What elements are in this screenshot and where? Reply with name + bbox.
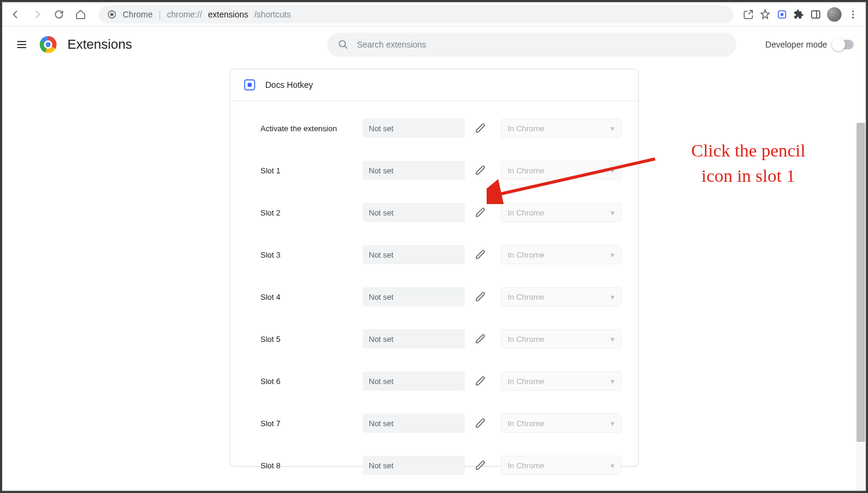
shortcut-row: Slot 1Not setIn Chrome▾ <box>260 149 625 191</box>
shortcut-input[interactable]: Not set <box>363 287 465 306</box>
page-header: Extensions Developer mode <box>2 26 866 63</box>
chrome-logo-icon <box>40 36 57 53</box>
share-icon[interactable] <box>743 9 754 20</box>
developer-mode-label: Developer mode <box>765 40 827 49</box>
address-bar[interactable]: Chrome | chrome://extensions/shortcuts <box>99 5 733 23</box>
scope-select[interactable]: In Chrome▾ <box>501 203 621 222</box>
scope-select[interactable]: In Chrome▾ <box>501 456 621 475</box>
back-button[interactable] <box>7 6 24 23</box>
annotation-text: Click the pencil icon in slot 1 <box>649 138 848 188</box>
shortcut-input[interactable]: Not set <box>363 161 465 180</box>
vertical-scrollbar[interactable] <box>856 123 866 491</box>
home-button[interactable] <box>72 6 89 23</box>
svg-rect-3 <box>781 13 784 16</box>
sidepanel-icon[interactable] <box>810 9 821 20</box>
scope-select[interactable]: In Chrome▾ <box>501 414 621 433</box>
shortcut-row: Activate the extensionNot setIn Chrome▾ <box>260 107 625 149</box>
page-title: Extensions <box>67 37 132 52</box>
kebab-menu-icon[interactable] <box>848 9 858 20</box>
reload-button[interactable] <box>51 6 67 23</box>
svg-rect-15 <box>248 83 252 87</box>
shortcut-label: Slot 6 <box>260 377 357 386</box>
chevron-down-icon: ▾ <box>611 166 615 175</box>
shortcut-row: Slot 6Not setIn Chrome▾ <box>260 360 625 402</box>
extension-pin-icon[interactable] <box>777 9 787 20</box>
shortcut-row: Slot 5Not setIn Chrome▾ <box>260 318 625 360</box>
search-icon <box>338 39 348 50</box>
shortcut-input[interactable]: Not set <box>363 371 465 391</box>
svg-point-6 <box>852 10 854 12</box>
chrome-page-icon <box>107 10 117 19</box>
chevron-down-icon: ▾ <box>611 208 615 217</box>
shortcut-row: Slot 8Not setIn Chrome▾ <box>260 444 625 486</box>
chevron-down-icon: ▾ <box>611 335 615 344</box>
shortcut-label: Slot 8 <box>260 461 357 470</box>
scope-select[interactable]: In Chrome▾ <box>501 371 621 391</box>
browser-toolbar: Chrome | chrome://extensions/shortcuts <box>2 2 866 26</box>
shortcut-input[interactable]: Not set <box>363 329 465 349</box>
shortcut-input[interactable]: Not set <box>363 119 465 138</box>
main-menu-button[interactable] <box>14 37 29 52</box>
search-input[interactable] <box>357 40 725 49</box>
shortcut-row: Slot 4Not setIn Chrome▾ <box>260 276 625 318</box>
shortcut-label: Activate the extension <box>260 124 357 133</box>
svg-point-8 <box>852 16 854 18</box>
url-prefix: Chrome <box>123 10 153 19</box>
scope-select[interactable]: In Chrome▾ <box>501 329 621 349</box>
shortcut-label: Slot 1 <box>260 166 357 175</box>
chevron-down-icon: ▾ <box>611 419 615 428</box>
svg-rect-4 <box>811 11 820 18</box>
url-host: extensions <box>208 10 248 19</box>
svg-line-13 <box>345 46 347 48</box>
svg-point-12 <box>339 41 345 47</box>
edit-pencil-icon[interactable] <box>471 119 490 138</box>
chevron-down-icon: ▾ <box>611 250 615 259</box>
extensions-puzzle-icon[interactable] <box>793 9 804 20</box>
svg-point-7 <box>852 13 854 15</box>
shortcut-label: Slot 5 <box>260 335 357 344</box>
edit-pencil-icon[interactable] <box>471 456 490 475</box>
forward-button[interactable] <box>29 6 46 23</box>
edit-pencil-icon[interactable] <box>471 414 490 433</box>
extension-shortcuts-card: Docs Hotkey Activate the extensionNot se… <box>230 69 639 467</box>
bookmark-star-icon[interactable] <box>760 9 771 20</box>
edit-pencil-icon[interactable] <box>471 245 490 264</box>
shortcut-row: Slot 2Not setIn Chrome▾ <box>260 191 625 234</box>
extension-name: Docs Hotkey <box>265 80 313 90</box>
chevron-down-icon: ▾ <box>611 293 615 302</box>
search-extensions[interactable] <box>327 33 736 57</box>
shortcut-input[interactable]: Not set <box>363 414 465 433</box>
edit-pencil-icon[interactable] <box>471 329 490 349</box>
scope-select[interactable]: In Chrome▾ <box>501 161 621 180</box>
shortcut-label: Slot 2 <box>260 208 357 217</box>
chevron-down-icon: ▾ <box>611 124 615 133</box>
url-scheme: chrome:// <box>167 10 202 19</box>
edit-pencil-icon[interactable] <box>471 287 490 306</box>
shortcut-label: Slot 4 <box>260 293 357 302</box>
shortcut-input[interactable]: Not set <box>363 245 465 264</box>
shortcut-row: Slot 7Not setIn Chrome▾ <box>260 402 625 444</box>
shortcut-row: Slot 3Not setIn Chrome▾ <box>260 234 625 276</box>
scope-select[interactable]: In Chrome▾ <box>501 119 621 138</box>
shortcut-input[interactable]: Not set <box>363 456 465 475</box>
scope-select[interactable]: In Chrome▾ <box>501 245 621 264</box>
edit-pencil-icon[interactable] <box>471 161 490 180</box>
developer-mode-toggle[interactable] <box>833 40 854 49</box>
edit-pencil-icon[interactable] <box>471 203 490 222</box>
svg-point-1 <box>110 13 113 16</box>
scope-select[interactable]: In Chrome▾ <box>501 287 621 306</box>
shortcut-input[interactable]: Not set <box>363 203 465 222</box>
shortcut-label: Slot 7 <box>260 419 357 428</box>
edit-pencil-icon[interactable] <box>471 371 490 391</box>
profile-avatar[interactable] <box>827 7 842 22</box>
extension-icon <box>244 79 256 91</box>
chevron-down-icon: ▾ <box>611 461 615 470</box>
shortcut-label: Slot 3 <box>260 250 357 259</box>
chevron-down-icon: ▾ <box>611 377 615 386</box>
url-path: /shortcuts <box>254 10 291 19</box>
